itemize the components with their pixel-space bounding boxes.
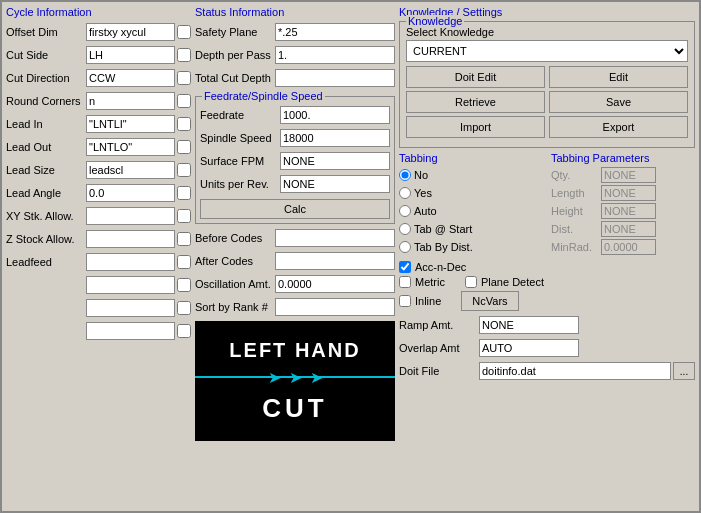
tab-start-label: Tab @ Start xyxy=(414,223,472,235)
lead-in-checkbox[interactable] xyxy=(177,117,191,131)
spindle-input[interactable] xyxy=(280,129,390,147)
retrieve-button[interactable]: Retrieve xyxy=(406,91,545,113)
leadfeed-checkbox[interactable] xyxy=(177,255,191,269)
knowledge-select[interactable]: CURRENT xyxy=(406,40,688,62)
arrow-2: ➤ xyxy=(289,368,302,387)
feedrate-row: Feedrate xyxy=(200,105,390,125)
tab-auto-radio[interactable] xyxy=(399,205,411,217)
offset-dim-input[interactable] xyxy=(86,23,175,41)
doit-file-input[interactable] xyxy=(479,362,671,380)
metric-row: Metric xyxy=(399,276,445,288)
before-codes-input[interactable] xyxy=(275,229,395,247)
lhc-top-text: LEFT HAND xyxy=(229,339,360,362)
metric-checkbox[interactable] xyxy=(399,276,411,288)
acc-n-dec-checkbox[interactable] xyxy=(399,261,411,273)
lead-angle-label: Lead Angle xyxy=(6,187,86,199)
lead-in-row: Lead In xyxy=(6,114,191,134)
doit-file-label: Doit File xyxy=(399,365,479,377)
save-button[interactable]: Save xyxy=(549,91,688,113)
extra-checkbox-1[interactable] xyxy=(177,278,191,292)
extra-row-2 xyxy=(6,298,191,318)
dist-label: Dist. xyxy=(551,223,601,235)
inline-checkbox[interactable] xyxy=(399,295,411,307)
minrad-input xyxy=(601,239,656,255)
feedrate-group-title: Feedrate/Spindle Speed xyxy=(202,90,325,102)
plane-detect-checkbox[interactable] xyxy=(465,276,477,288)
lead-angle-checkbox[interactable] xyxy=(177,186,191,200)
depth-per-pass-row: Depth per Pass xyxy=(195,45,395,65)
xy-stk-checkbox[interactable] xyxy=(177,209,191,223)
offset-dim-checkbox[interactable] xyxy=(177,25,191,39)
knowledge-select-wrapper: CURRENT xyxy=(406,40,688,62)
surface-fpm-input[interactable] xyxy=(280,152,390,170)
ncvars-button[interactable]: NcVars xyxy=(461,291,518,311)
round-corners-label: Round Corners xyxy=(6,95,86,107)
lead-size-checkbox[interactable] xyxy=(177,163,191,177)
lead-out-checkbox[interactable] xyxy=(177,140,191,154)
lhc-display: LEFT HAND ➤ ➤ ➤ CUT xyxy=(195,321,395,441)
knowledge-group-label: Knowledge xyxy=(406,15,464,27)
lead-size-input[interactable] xyxy=(86,161,175,179)
tab-yes-label: Yes xyxy=(414,187,432,199)
oscillation-label: Oscillation Amt. xyxy=(195,278,275,290)
round-corners-checkbox[interactable] xyxy=(177,94,191,108)
z-stock-checkbox[interactable] xyxy=(177,232,191,246)
xy-stk-label: XY Stk. Allow. xyxy=(6,210,86,222)
doit-file-row: Doit File ... xyxy=(399,361,695,381)
tab-dist-row: Tab By Dist. xyxy=(399,239,543,255)
height-row: Height xyxy=(551,203,695,219)
lead-in-input[interactable] xyxy=(86,115,175,133)
total-cut-depth-input[interactable] xyxy=(275,69,395,87)
arrow-group: ➤ ➤ ➤ xyxy=(195,368,395,387)
arrow-1: ➤ xyxy=(268,368,281,387)
arrow-3: ➤ xyxy=(310,368,323,387)
sort-rank-input[interactable] xyxy=(275,298,395,316)
ramp-amt-input[interactable] xyxy=(479,316,579,334)
extra-input-2[interactable] xyxy=(86,299,175,317)
export-button[interactable]: Export xyxy=(549,116,688,138)
extra-checkbox-2[interactable] xyxy=(177,301,191,315)
after-codes-input[interactable] xyxy=(275,252,395,270)
cut-direction-input[interactable] xyxy=(86,69,175,87)
tab-start-radio[interactable] xyxy=(399,223,411,235)
cut-direction-checkbox[interactable] xyxy=(177,71,191,85)
depth-per-pass-input[interactable] xyxy=(275,46,395,64)
oscillation-input[interactable] xyxy=(275,275,395,293)
safety-plane-input[interactable] xyxy=(275,23,395,41)
tabbing-title: Tabbing xyxy=(399,152,543,164)
acc-n-dec-row: Acc-n-Dec xyxy=(399,261,695,273)
lead-angle-input[interactable] xyxy=(86,184,175,202)
xy-stk-input[interactable] xyxy=(86,207,175,225)
z-stock-input[interactable] xyxy=(86,230,175,248)
feedrate-input[interactable] xyxy=(280,106,390,124)
tab-start-row: Tab @ Start xyxy=(399,221,543,237)
tab-dist-radio[interactable] xyxy=(399,241,411,253)
tabbing-section: Tabbing No Yes Auto Tab @ Start xyxy=(399,152,543,257)
cut-direction-label: Cut Direction xyxy=(6,72,86,84)
lead-out-input[interactable] xyxy=(86,138,175,156)
qty-row: Qty. xyxy=(551,167,695,183)
doit-edit-button[interactable]: Doit Edit xyxy=(406,66,545,88)
edit-button[interactable]: Edit xyxy=(549,66,688,88)
units-rev-input[interactable] xyxy=(280,175,390,193)
minrad-label: MinRad. xyxy=(551,241,601,253)
cut-side-input[interactable] xyxy=(86,46,175,64)
extra-input-3[interactable] xyxy=(86,322,175,340)
calc-button[interactable]: Calc xyxy=(200,199,390,219)
extra-input-1[interactable] xyxy=(86,276,175,294)
round-corners-input[interactable] xyxy=(86,92,175,110)
doit-browse-button[interactable]: ... xyxy=(673,362,695,380)
z-stock-label: Z Stock Allow. xyxy=(6,233,86,245)
tabbing-params-title: Tabbing Parameters xyxy=(551,152,695,164)
overlap-amt-input[interactable] xyxy=(479,339,579,357)
leadfeed-input[interactable] xyxy=(86,253,175,271)
extra-checkbox-3[interactable] xyxy=(177,324,191,338)
tab-yes-radio[interactable] xyxy=(399,187,411,199)
height-input xyxy=(601,203,656,219)
import-button[interactable]: Import xyxy=(406,116,545,138)
tab-dist-label: Tab By Dist. xyxy=(414,241,473,253)
lhc-arrows: ➤ ➤ ➤ xyxy=(195,368,395,387)
cut-side-checkbox[interactable] xyxy=(177,48,191,62)
tab-no-radio[interactable] xyxy=(399,169,411,181)
lead-size-label: Lead Size xyxy=(6,164,86,176)
